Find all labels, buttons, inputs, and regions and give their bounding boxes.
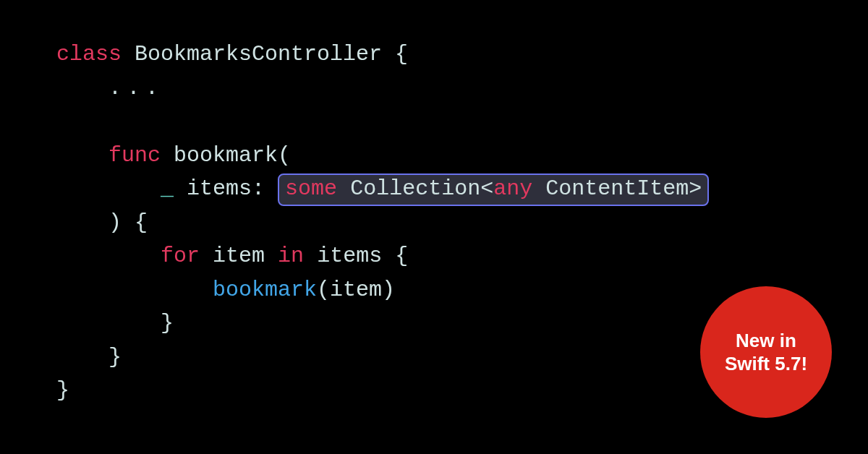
brace-open-3: { bbox=[395, 244, 408, 268]
keyword-class: class bbox=[56, 42, 122, 67]
keyword-func: func bbox=[109, 143, 161, 168]
badge-line-2: Swift 5.7! bbox=[725, 352, 807, 376]
keyword-for: for bbox=[161, 244, 200, 268]
code-block: class BookmarksController { ... func boo… bbox=[56, 38, 709, 408]
badge-line-1: New in bbox=[736, 329, 796, 353]
call-arg: item bbox=[330, 278, 382, 302]
func-def-name: bookmark bbox=[174, 143, 278, 168]
colon: : bbox=[252, 176, 265, 201]
type-name: BookmarksController bbox=[135, 42, 382, 67]
brace-close-3: } bbox=[161, 311, 174, 335]
call-paren-open: ( bbox=[317, 278, 330, 302]
new-in-swift-badge: New in Swift 5.7! bbox=[700, 286, 832, 418]
brace-close-2: } bbox=[109, 345, 122, 369]
brace-close: } bbox=[56, 378, 69, 403]
keyword-some: some bbox=[285, 176, 337, 201]
brace-open: { bbox=[395, 42, 408, 67]
keyword-any: any bbox=[493, 176, 532, 201]
angle-open: < bbox=[480, 176, 493, 201]
call-paren-close: ) bbox=[382, 278, 395, 302]
keyword-in: in bbox=[278, 244, 304, 268]
paren-close: ) bbox=[109, 210, 122, 235]
ellipsis: ... bbox=[109, 76, 164, 100]
func-call: bookmark bbox=[213, 278, 317, 302]
type-contentitem: ContentItem bbox=[545, 176, 689, 201]
loop-collection: items bbox=[317, 244, 382, 268]
underscore: _ bbox=[161, 176, 174, 201]
param-name: items bbox=[187, 176, 252, 201]
highlight-box: some Collection<any ContentItem> bbox=[278, 174, 709, 206]
brace-open-2: { bbox=[135, 210, 148, 235]
type-collection: Collection bbox=[350, 176, 480, 201]
loop-var: item bbox=[213, 244, 265, 268]
angle-close: > bbox=[689, 176, 702, 201]
paren-open: ( bbox=[278, 143, 291, 168]
